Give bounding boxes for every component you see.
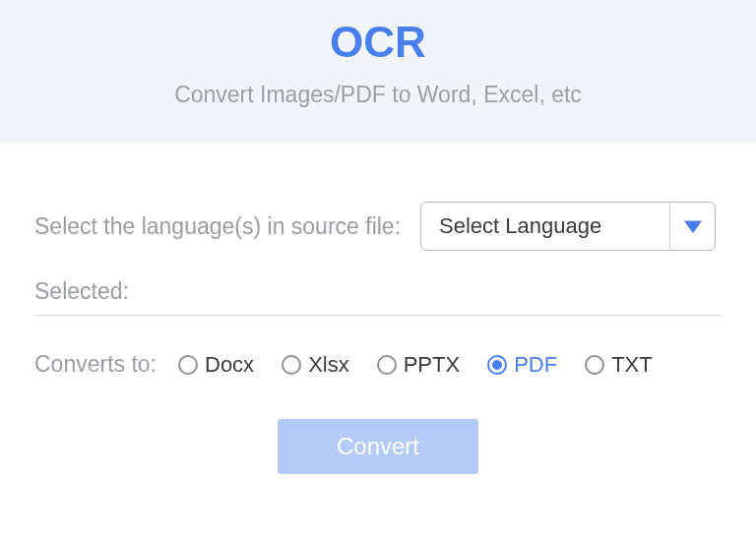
format-pptx[interactable]: PPTX [377,352,460,378]
format-docx[interactable]: Docx [178,352,254,378]
format-xlsx[interactable]: Xlsx [282,352,349,378]
chevron-down-icon [669,203,715,250]
format-label: TXT [611,352,653,378]
language-select-text: Select Language [421,203,669,250]
page-subtitle: Convert Images/PDF to Word, Excel, etc [0,82,756,108]
formats-row: Converts to: Docx Xlsx PPTX PDF [34,351,722,378]
radio-icon [282,355,301,375]
formats-label: Converts to: [34,351,157,378]
language-row: Select the language(s) in source file: S… [34,202,722,251]
radio-icon [377,355,397,375]
format-label: PPTX [404,352,460,378]
format-label: Xlsx [308,352,349,378]
format-label: Docx [205,352,254,378]
radio-icon [585,355,604,375]
button-row: Convert [34,419,722,474]
selected-label: Selected: [34,278,129,305]
format-txt[interactable]: TXT [585,352,653,378]
language-select[interactable]: Select Language [420,202,716,251]
format-label: PDF [514,352,557,378]
radio-icon [487,355,507,375]
page-title: OCR [0,18,756,67]
language-label: Select the language(s) in source file: [34,213,401,240]
radio-icon [178,355,198,375]
formats-radio-group: Docx Xlsx PPTX PDF TXT [178,352,653,378]
format-pdf[interactable]: PDF [487,352,557,378]
radio-dot-icon [492,360,502,370]
divider [34,315,722,316]
header: OCR Convert Images/PDF to Word, Excel, e… [0,0,756,143]
convert-button[interactable]: Convert [278,419,478,474]
svg-marker-0 [684,221,702,234]
selected-row: Selected: [34,278,722,305]
main-content: Select the language(s) in source file: S… [0,143,756,474]
